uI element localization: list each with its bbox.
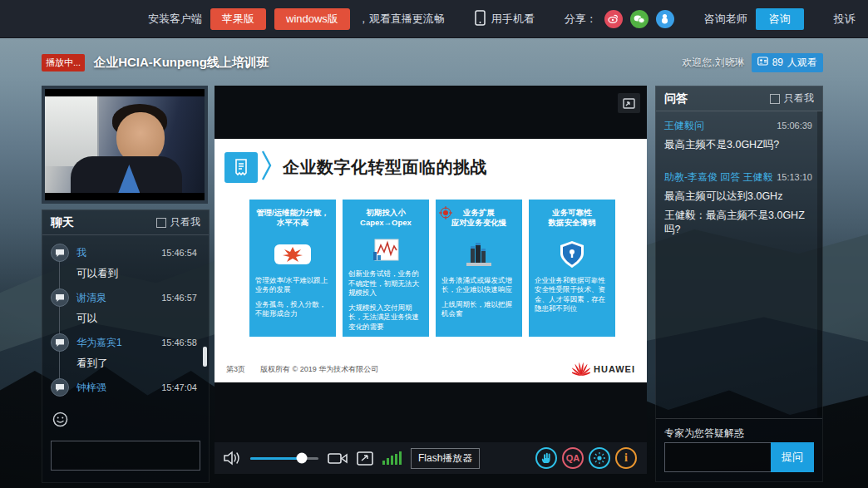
viewers-label: 人观看 <box>787 56 817 70</box>
windows-version-button[interactable]: windows版 <box>274 8 350 30</box>
viewers-count-badge: 89 人观看 <box>752 53 823 72</box>
welcome-user-label: 欢迎您,刘晓琳 <box>682 56 744 70</box>
checkbox-icon <box>770 94 780 104</box>
volume-slider[interactable] <box>250 457 318 460</box>
emoji-picker-button[interactable] <box>52 412 68 431</box>
playing-status-badge: 播放中... <box>42 54 85 71</box>
qa-header: 问答 只看我 <box>656 86 822 111</box>
huawei-logo-text: HUAWEI <box>594 364 635 374</box>
qa-icon[interactable]: QA <box>562 447 584 469</box>
speaker-icon[interactable] <box>223 451 241 466</box>
screen-switch-icon[interactable] <box>357 451 373 466</box>
camera-icon[interactable] <box>328 452 348 465</box>
slide-card-management: 管理/运维能力分散，水平不高 管理效率/水平难以跟上业务的发展 业务孤岛，投入分… <box>249 200 336 337</box>
chat-message: 我 15:46:54 可以看到 <box>51 244 197 281</box>
chat-message-list[interactable]: 我 15:46:54 可以看到 谢清泉 15:46:57 可以 华为嘉宾1 15… <box>42 235 202 399</box>
flash-player-button[interactable]: Flash播放器 <box>411 448 480 469</box>
qa-text: 王健毅：最高主频不是3.0GHZ吗? <box>664 209 812 237</box>
card-title: 业务可靠性 数据安全薄弱 <box>535 208 609 233</box>
info-icon[interactable]: i <box>615 447 637 469</box>
smiley-icon <box>52 416 68 430</box>
page-title: 企业HCIA-Kunpeng线上培训班 <box>93 55 269 71</box>
qa-text: 最高主频不是3.0GHZ吗? <box>664 138 812 152</box>
share-label: 分享： <box>565 12 597 27</box>
ask-button[interactable]: 提问 <box>771 442 814 472</box>
slide-page-number: 第3页 <box>226 364 245 375</box>
weibo-icon[interactable] <box>604 10 623 28</box>
qa-only-me-checkbox[interactable]: 只看我 <box>770 91 814 106</box>
brightness-icon[interactable] <box>589 447 610 469</box>
presentation-player: 企业数字化转型面临的挑战 管理/运维能力分散，水平不高 管理效率/水平难以跟上业… <box>215 86 647 474</box>
hand-icon[interactable] <box>535 447 557 469</box>
document-icon <box>224 152 258 183</box>
chat-time: 15:46:57 <box>161 293 197 303</box>
watch-on-mobile-button[interactable]: 用手机看 <box>475 10 535 28</box>
card-body: 创新业务试错，业务的不确定性，初期无法大规模投入 大规模投入交付周期长，无法满足… <box>348 269 423 332</box>
slide-cards: 管理/运维能力分散，水平不高 管理效率/水平难以跟上业务的发展 业务孤岛，投入分… <box>249 200 615 337</box>
presenter-webcam <box>42 86 208 204</box>
share-group: 分享： <box>565 10 674 28</box>
qa-time: 15:13:10 <box>777 172 812 182</box>
card-title: 管理/运维能力分散，水平不高 <box>255 208 330 233</box>
consult-teacher-label: 咨询老师 <box>704 12 747 27</box>
qa-message-list[interactable]: 王健毅问 15:06:39 最高主频不是3.0GHZ吗? 助教-李嘉俊 回答 王… <box>656 111 817 417</box>
apple-version-button[interactable]: 苹果版 <box>210 8 266 30</box>
chat-bubble-avatar-icon <box>51 378 69 397</box>
slide-header: 企业数字化转型面临的挑战 <box>224 150 487 185</box>
slide-card-expansion: 业务扩展 应对业务变化慢 业务浪涌式或爆发式增长，企业难以快速响应 上线周期长，… <box>436 200 522 337</box>
consult-button[interactable]: 咨询 <box>756 8 804 30</box>
chat-time: 15:47:04 <box>161 382 197 392</box>
slide-title: 企业数字化转型面临的挑战 <box>283 156 487 179</box>
volume-knob[interactable] <box>296 453 307 464</box>
slide-copyright: 版权所有 © 2019 华为技术有限公司 <box>260 364 378 375</box>
shield-icon <box>535 233 609 276</box>
chat-user-name: 华为嘉宾1 <box>76 336 122 350</box>
card-body: 管理效率/水平难以跟上业务的发展 业务孤岛，投入分散，不能形成合力 <box>255 276 330 319</box>
qa-footer: 专家为您答疑解惑 提问 <box>656 418 822 481</box>
qa-time: 15:06:39 <box>777 121 812 131</box>
chat-title: 聊天 <box>51 215 74 230</box>
qa-question: 王健毅问 15:06:39 最高主频不是3.0GHZ吗? <box>664 119 812 152</box>
question-input[interactable] <box>664 442 771 472</box>
chat-scrollbar-thumb[interactable] <box>203 347 207 367</box>
slide-card-reliability: 业务可靠性 数据安全薄弱 企业业务和数据可靠性安全性受限于技术、资金、人才等因素… <box>529 200 615 337</box>
buildings-icon <box>441 233 516 276</box>
chat-scrollbar[interactable] <box>203 235 207 399</box>
qa-text: 最高主频可以达到3.0GHz <box>664 190 812 204</box>
slide: 企业数字化转型面临的挑战 管理/运维能力分散，水平不高 管理效率/水平难以跟上业… <box>215 139 647 382</box>
qa-only-me-label: 只看我 <box>784 91 814 106</box>
qq-icon[interactable] <box>656 10 674 28</box>
mobile-label: 用手机看 <box>491 12 535 27</box>
wechat-icon[interactable] <box>630 10 649 28</box>
complaint-link[interactable]: 投诉 <box>834 12 856 27</box>
webcam-video <box>45 96 205 193</box>
chevron-icon <box>261 150 273 185</box>
webcam-background-cabinet <box>45 96 99 166</box>
qa-answer: 助教-李嘉俊 回答 王健毅 15:13:10 最高主频可以达到3.0GHz 王健… <box>664 170 812 237</box>
player-right-icons: QA i <box>535 447 639 469</box>
chart-icon <box>348 233 423 269</box>
session-titlebar: 播放中... 企业HCIA-Kunpeng线上培训班 欢迎您,刘晓琳 89 人观… <box>42 52 823 73</box>
qa-scrollbar[interactable] <box>817 111 822 417</box>
volume-fill <box>250 457 302 460</box>
chat-message: 谢清泉 15:46:57 可以 <box>51 288 197 326</box>
chat-input[interactable] <box>51 441 200 471</box>
slide-card-capex: 初期投入小 Capex→Opex 创新业务试错，业务的不确定性，初期无法大规模投… <box>343 200 429 337</box>
slide-footer: 第3页 版权所有 © 2019 华为技术有限公司 <box>226 362 635 377</box>
qa-title: 问答 <box>664 91 688 106</box>
chat-panel: 聊天 只看我 我 15:46:54 可以看到 谢清泉 15:46:57 <box>42 209 210 483</box>
chat-text: 1 <box>51 397 197 399</box>
chat-only-me-label: 只看我 <box>170 215 200 229</box>
huawei-logo: HUAWEI <box>572 362 635 377</box>
chat-message: 钟梓强 15:47:04 1 <box>51 378 197 399</box>
expand-icon[interactable] <box>618 93 640 113</box>
card-title: 初期投入小 Capex→Opex <box>348 208 423 233</box>
people-icon <box>757 57 768 68</box>
player-controls: Flash播放器 QA i <box>215 442 647 474</box>
install-client-label: 安装客户端 <box>148 12 202 27</box>
live-classroom-page: 安装客户端 苹果版 windows版 ，观看直播更流畅 用手机看 分享： 咨询老… <box>0 0 868 488</box>
checkbox-icon <box>156 218 166 228</box>
chat-message: 华为嘉宾1 15:46:58 看到了 <box>51 333 197 371</box>
chat-bubble-avatar-icon <box>51 244 69 262</box>
chat-only-me-checkbox[interactable]: 只看我 <box>156 215 200 229</box>
